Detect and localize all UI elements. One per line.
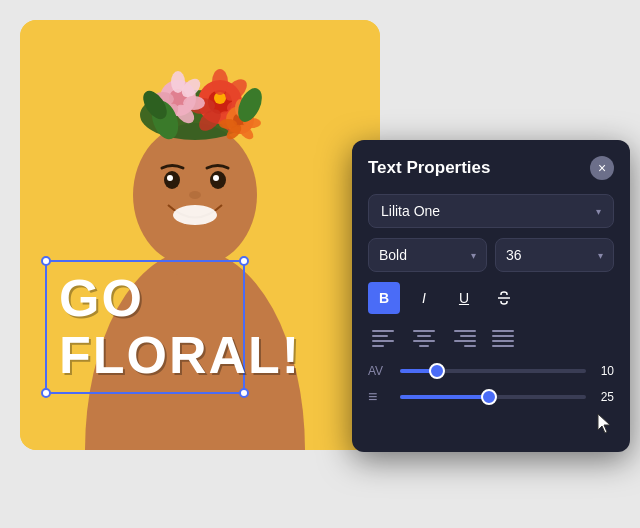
panel-header: Text Properties × xyxy=(368,156,614,180)
chevron-down-icon: ▾ xyxy=(596,206,601,217)
canvas-text[interactable]: GO FLORAL! xyxy=(59,270,231,384)
tracking-slider-track[interactable] xyxy=(400,369,586,373)
cursor-icon xyxy=(594,412,614,436)
tracking-value: 10 xyxy=(594,364,614,378)
align-justify-button[interactable] xyxy=(488,324,520,352)
text-line-2: FLORAL! xyxy=(59,327,231,384)
font-weight-value: Bold xyxy=(379,247,407,263)
italic-button[interactable]: I xyxy=(408,282,440,314)
handle-top-left[interactable] xyxy=(41,256,51,266)
align-center-button[interactable] xyxy=(408,324,440,352)
line-height-label: ≡ xyxy=(368,388,392,406)
svg-point-14 xyxy=(212,69,228,95)
align-left-button[interactable] xyxy=(368,324,400,352)
line-height-slider-row: ≡ 25 xyxy=(368,388,614,406)
text-line-1: GO xyxy=(59,270,231,327)
photo-card: GO FLORAL! xyxy=(20,20,380,450)
line-height-slider-thumb[interactable] xyxy=(481,389,497,405)
font-family-value: Lilita One xyxy=(381,203,440,219)
svg-point-7 xyxy=(167,175,173,181)
svg-point-8 xyxy=(213,175,219,181)
tracking-label: AV xyxy=(368,364,392,378)
font-size-value: 36 xyxy=(506,247,522,263)
svg-point-35 xyxy=(219,119,237,129)
close-button[interactable]: × xyxy=(590,156,614,180)
font-family-dropdown[interactable]: Lilita One ▾ xyxy=(368,194,614,228)
format-buttons-row: B I U xyxy=(368,282,614,314)
text-selection-box[interactable]: GO FLORAL! xyxy=(45,260,245,394)
svg-point-4 xyxy=(173,205,217,225)
canvas-area: GO FLORAL! Text Properties × Lilita One … xyxy=(0,0,640,528)
underline-button[interactable]: U xyxy=(448,282,480,314)
line-height-slider-fill xyxy=(400,395,489,399)
handle-top-right[interactable] xyxy=(239,256,249,266)
tracking-slider-row: AV 10 xyxy=(368,364,614,378)
panel-title: Text Properties xyxy=(368,158,491,178)
svg-point-9 xyxy=(189,191,201,199)
line-height-slider-track[interactable] xyxy=(400,395,586,399)
font-family-row: Lilita One ▾ xyxy=(368,194,614,228)
cursor-area xyxy=(368,416,614,436)
chevron-down-icon-2: ▾ xyxy=(471,250,476,261)
tracking-slider-thumb[interactable] xyxy=(429,363,445,379)
bold-button[interactable]: B xyxy=(368,282,400,314)
line-height-value: 25 xyxy=(594,390,614,404)
font-style-row: Bold ▾ 36 ▾ xyxy=(368,238,614,272)
text-properties-panel: Text Properties × Lilita One ▾ Bold ▾ 36… xyxy=(352,140,630,452)
chevron-down-icon-3: ▾ xyxy=(598,250,603,261)
alignment-buttons-row xyxy=(368,324,614,352)
align-right-button[interactable] xyxy=(448,324,480,352)
font-weight-dropdown[interactable]: Bold ▾ xyxy=(368,238,487,272)
font-size-dropdown[interactable]: 36 ▾ xyxy=(495,238,614,272)
strikethrough-button[interactable] xyxy=(488,282,520,314)
